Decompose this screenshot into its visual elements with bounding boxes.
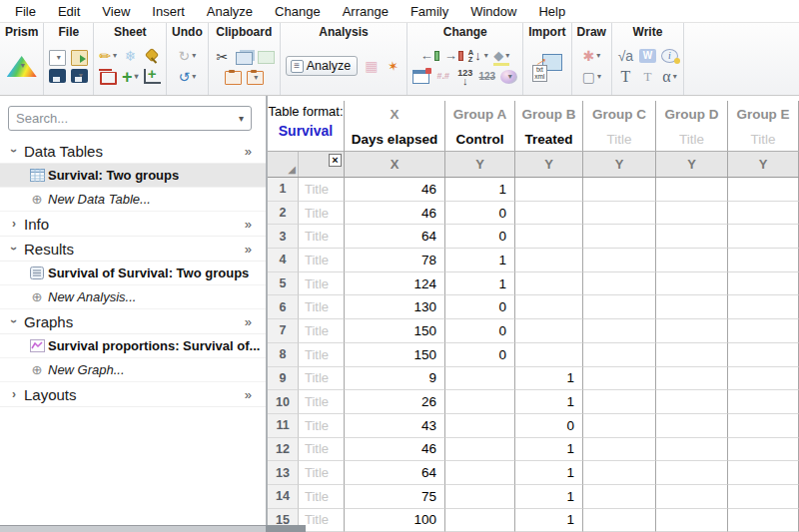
- data-cell-a[interactable]: 1: [445, 178, 515, 202]
- row-title-cell[interactable]: Title: [299, 343, 345, 367]
- sidebar-item-new-data-table[interactable]: ⊕New Data Table...: [0, 188, 266, 212]
- section-more-button[interactable]: »: [245, 242, 252, 257]
- data-cell-c[interactable]: [583, 225, 656, 249]
- data-cell-e[interactable]: [728, 272, 799, 296]
- chevron-expanded-icon[interactable]: ›: [7, 241, 21, 257]
- section-more-button[interactable]: »: [245, 314, 252, 329]
- row-title-cell[interactable]: Title: [299, 178, 345, 202]
- save-as-button-dropdown-icon[interactable]: ▾: [79, 72, 83, 80]
- draw-star-button[interactable]: ✱▾: [582, 47, 600, 65]
- column-axis-b[interactable]: Y: [515, 152, 583, 177]
- data-cell-d[interactable]: [656, 485, 728, 509]
- data-cell-d[interactable]: [656, 343, 728, 367]
- column-title-d[interactable]: Title: [656, 127, 728, 151]
- sidebar-section-results[interactable]: ›Results»: [0, 237, 266, 262]
- data-cell-a[interactable]: [445, 509, 515, 532]
- import-button[interactable]: →txt xml: [532, 53, 562, 79]
- data-cell-a[interactable]: [445, 390, 515, 414]
- data-cell-a[interactable]: [445, 461, 515, 485]
- data-cell-c[interactable]: [583, 319, 656, 343]
- menu-file[interactable]: File: [4, 2, 47, 21]
- data-cell-a[interactable]: [445, 438, 515, 462]
- data-cell-e[interactable]: [728, 509, 799, 532]
- select-all-corner[interactable]: ◢: [268, 152, 299, 177]
- data-cell-e[interactable]: [728, 178, 799, 202]
- chevron-expanded-icon[interactable]: ›: [7, 143, 21, 159]
- info-note-button[interactable]: i: [661, 49, 678, 63]
- undo-button-dropdown-icon[interactable]: ▾: [192, 73, 196, 81]
- copy-button[interactable]: [236, 52, 253, 65]
- row-title-cell[interactable]: Title: [299, 249, 345, 272]
- column-axis-a[interactable]: Y: [445, 152, 515, 177]
- data-cell-c[interactable]: [583, 414, 656, 438]
- row-number[interactable]: 4: [268, 249, 299, 272]
- data-cell-c[interactable]: [583, 390, 656, 414]
- column-group-header-c[interactable]: Group C: [583, 101, 656, 127]
- greek-button-dropdown-icon[interactable]: ▾: [673, 73, 677, 81]
- data-cell-x[interactable]: 26: [345, 390, 445, 414]
- row-number[interactable]: 10: [268, 390, 299, 414]
- column-title-c[interactable]: Title: [583, 127, 656, 151]
- data-cell-d[interactable]: [656, 225, 728, 249]
- column-group-header-b[interactable]: Group B: [515, 101, 583, 127]
- sidebar-section-layouts[interactable]: ›Layouts»: [0, 382, 266, 407]
- data-cell-b[interactable]: [515, 249, 583, 272]
- data-cell-e[interactable]: [728, 390, 799, 414]
- prism-menu-button-dropdown-icon[interactable]: ▾: [21, 62, 25, 70]
- data-cell-x[interactable]: 130: [345, 295, 445, 319]
- paste-special-button[interactable]: ▾: [247, 71, 264, 85]
- column-axis-x[interactable]: X: [345, 152, 445, 177]
- data-cell-d[interactable]: [656, 438, 728, 462]
- data-cell-b[interactable]: [515, 178, 583, 202]
- row-title-cell[interactable]: Title: [299, 414, 345, 438]
- data-cell-b[interactable]: 0: [515, 414, 583, 438]
- data-cell-e[interactable]: [728, 414, 799, 438]
- menu-edit[interactable]: Edit: [47, 2, 91, 21]
- data-cell-d[interactable]: [656, 178, 728, 202]
- word-export-button[interactable]: W: [639, 49, 656, 63]
- data-cell-x[interactable]: 64: [345, 461, 445, 485]
- data-cell-a[interactable]: [445, 367, 515, 391]
- close-icon[interactable]: ×: [329, 154, 342, 167]
- row-title-cell[interactable]: Title: [299, 390, 345, 414]
- menu-family[interactable]: Family: [400, 2, 459, 21]
- data-cell-b[interactable]: [515, 202, 583, 226]
- chevron-collapsed-icon[interactable]: ›: [6, 387, 22, 401]
- row-title-cell[interactable]: Title: [299, 319, 345, 343]
- menu-change[interactable]: Change: [264, 2, 332, 21]
- column-group-header-a[interactable]: Group A: [445, 101, 515, 127]
- row-number[interactable]: 1: [268, 178, 299, 202]
- data-cell-x[interactable]: 124: [345, 272, 445, 296]
- redo-button[interactable]: ↻▾: [179, 47, 197, 65]
- apply-analysis-button[interactable]: ▦: [363, 57, 380, 75]
- save-button[interactable]: [49, 69, 66, 83]
- data-cell-b[interactable]: [515, 295, 583, 319]
- new-sheet-button-dropdown-icon[interactable]: ▾: [134, 73, 138, 81]
- sidebar-item-survival-of-survival-two-groups[interactable]: Survival of Survival: Two groups: [0, 262, 266, 285]
- save-as-button[interactable]: ▾: [71, 69, 88, 83]
- data-cell-a[interactable]: [445, 485, 515, 509]
- equation-button[interactable]: √a: [617, 47, 634, 65]
- text-tool-button[interactable]: T: [617, 68, 634, 86]
- color-scheme-button[interactable]: ▾: [500, 70, 517, 84]
- data-cell-e[interactable]: [728, 319, 799, 343]
- shift-left-button[interactable]: ←: [420, 47, 439, 65]
- wizard-button[interactable]: ✶: [384, 56, 403, 77]
- row-number[interactable]: 9: [268, 367, 299, 391]
- pin-sheet-button[interactable]: ▾: [144, 48, 161, 64]
- column-group-header-e[interactable]: Group E: [728, 101, 799, 127]
- data-cell-x[interactable]: 46: [345, 438, 445, 462]
- analyze-button[interactable]: ≡Analyze: [286, 56, 358, 76]
- sidebar-scrollbar[interactable]: [0, 525, 266, 532]
- greek-button[interactable]: α▾: [661, 68, 678, 86]
- sort-button-dropdown-icon[interactable]: ▾: [484, 52, 488, 60]
- data-cell-d[interactable]: [656, 414, 728, 438]
- data-cell-x[interactable]: 150: [345, 319, 445, 343]
- row-title-cell[interactable]: Title: [299, 272, 345, 296]
- row-number[interactable]: 7: [268, 319, 299, 343]
- column-axis-e[interactable]: Y: [728, 152, 799, 177]
- prism-menu-button[interactable]: ▾: [7, 55, 37, 77]
- paste-link-button[interactable]: [258, 51, 275, 64]
- data-cell-e[interactable]: [728, 225, 799, 249]
- data-cell-e[interactable]: [728, 461, 799, 485]
